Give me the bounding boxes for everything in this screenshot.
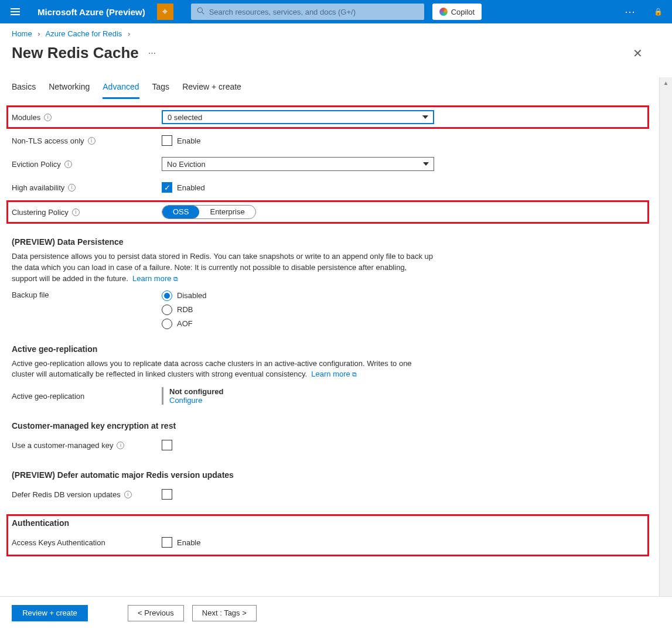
close-icon[interactable]: ✕ [633,46,643,60]
geo-row: Active geo-replication Not configured Co… [12,386,647,406]
geo-label: Active geo-replication [12,392,162,401]
modules-row: Modulesi 0 selected [8,107,647,127]
geo-configure-link[interactable]: Configure [169,396,202,405]
persistence-title: (PREVIEW) Data Persistence [12,237,647,247]
previous-button[interactable]: < Previous [128,605,184,621]
info-icon[interactable]: i [68,184,76,192]
cluster-row: Clustering Policyi OSS Enterprise [8,202,647,222]
info-icon[interactable]: i [44,114,52,121]
search-icon [197,7,204,16]
backup-disabled-label: Disabled [177,291,207,300]
tab-bar: Basics Networking Advanced Tags Review +… [12,77,647,99]
scrollbar[interactable]: ▲ [659,77,672,596]
tab-tags[interactable]: Tags [152,77,170,99]
preview-bug-icon[interactable]: ⌖ [157,4,173,20]
auth-row: Access Keys Authentication Enable [12,532,644,552]
backup-label: Backup file [12,290,162,299]
eviction-select[interactable]: No Eviction [162,157,434,171]
info-icon[interactable]: i [88,137,95,145]
azure-topbar: Microsoft Azure (Preview) ⌖ Search resou… [0,0,672,23]
backup-disabled-option[interactable]: Disabled [162,290,207,301]
info-icon[interactable]: i [124,491,132,498]
auth-label: Access Keys Authentication [12,538,162,547]
search-placeholder: Search resources, services, and docs (G+… [209,8,356,16]
external-link-icon: ⧉ [352,371,357,378]
info-icon[interactable]: i [64,160,72,168]
cmk-checkbox[interactable] [162,440,172,450]
cluster-policy-toggle[interactable]: OSS Enterprise [162,205,256,219]
auth-checkbox[interactable] [162,537,172,548]
defer-checkbox[interactable] [162,489,172,500]
ha-cb-label: Enabled [177,183,205,192]
title-bar: New Redis Cache ⋯ ✕ [0,42,672,70]
defer-label: Defer Redis DB version updates [12,490,121,499]
review-create-button[interactable]: Review + create [12,605,88,621]
nontls-row: Non-TLS access onlyi Enable [12,131,647,151]
auth-cb-label: Enable [177,538,200,547]
defer-title: (PREVIEW) Defer automatic major Redis ve… [12,470,647,480]
tab-review[interactable]: Review + create [182,77,241,99]
auth-section: Authentication Access Keys Authenticatio… [8,516,647,555]
ha-row: High availabilityi ✓ Enabled [12,177,647,197]
ha-label: High availability [12,183,64,192]
eviction-value: No Eviction [167,160,206,169]
copilot-label: Copilot [451,8,475,16]
defer-row: Defer Redis DB version updatesi [12,484,647,504]
cluster-label: Clustering Policy [12,208,69,217]
copilot-button[interactable]: Copilot [432,4,482,20]
geo-title: Active geo-replication [12,344,647,354]
modules-select[interactable]: 0 selected [162,110,434,124]
backup-rdb-label: RDB [177,305,193,314]
form-scroll-area: Basics Networking Advanced Tags Review +… [0,77,659,596]
nontls-label: Non-TLS access only [12,136,84,145]
next-button[interactable]: Next : Tags > [192,605,257,621]
svg-point-0 [197,8,202,12]
modules-label: Modules [12,113,40,122]
radio-icon[interactable] [162,290,172,301]
backup-rdb-option[interactable]: RDB [162,305,207,315]
persistence-desc: Data persistence allows you to persist d… [12,251,434,285]
info-icon[interactable]: i [117,442,124,449]
auth-title: Authentication [12,518,644,528]
chevron-right-icon: › [37,29,40,38]
cmk-label: Use a customer-managed key [12,441,113,450]
global-search-input[interactable]: Search resources, services, and docs (G+… [191,4,424,20]
geo-desc: Active geo-replication allows you to rep… [12,358,434,381]
info-icon[interactable]: i [72,208,80,216]
geo-status-block: Not configured Configure [162,387,223,405]
nontls-checkbox[interactable] [162,135,172,146]
persistence-learn-link[interactable]: Learn more ⧉ [132,274,178,283]
eviction-label: Eviction Policy [12,160,61,169]
radio-icon[interactable] [162,305,172,315]
copilot-icon [439,8,448,16]
external-link-icon: ⧉ [173,275,178,282]
lock-icon: 🔒 [654,8,663,16]
radio-icon[interactable] [162,319,172,329]
cmk-title: Customer-managed key encryption at rest [12,421,647,430]
chevron-down-icon [423,162,429,166]
chevron-down-icon [422,115,428,119]
nontls-cb-label: Enable [177,136,200,145]
backup-row: Backup file Disabled RDB AOF [12,290,647,329]
cluster-oss[interactable]: OSS [162,206,199,218]
wizard-footer: Review + create < Previous Next : Tags > [0,596,672,629]
tab-networking[interactable]: Networking [49,77,90,99]
page-title: New Redis Cache [12,44,139,62]
tab-basics[interactable]: Basics [12,77,36,99]
persistence-desc-text: Data persistence allows you to persist d… [12,252,433,283]
breadcrumb-parent[interactable]: Azure Cache for Redis [46,29,122,38]
scroll-up-icon[interactable]: ▲ [660,77,673,89]
geo-learn-link[interactable]: Learn more ⧉ [311,370,357,378]
eviction-row: Eviction Policyi No Eviction [12,154,647,174]
backup-aof-option[interactable]: AOF [162,319,207,329]
ha-checkbox[interactable]: ✓ [162,182,172,193]
breadcrumb-home[interactable]: Home [12,29,32,38]
geo-status: Not configured [169,387,223,396]
tab-advanced[interactable]: Advanced [103,77,139,99]
backup-aof-label: AOF [177,319,193,328]
cmk-row: Use a customer-managed keyi [12,435,647,455]
title-more-icon[interactable]: ⋯ [148,49,157,57]
more-icon[interactable]: ⋯ [625,5,636,18]
hamburger-icon[interactable] [5,1,26,22]
cluster-enterprise[interactable]: Enterprise [199,206,255,218]
